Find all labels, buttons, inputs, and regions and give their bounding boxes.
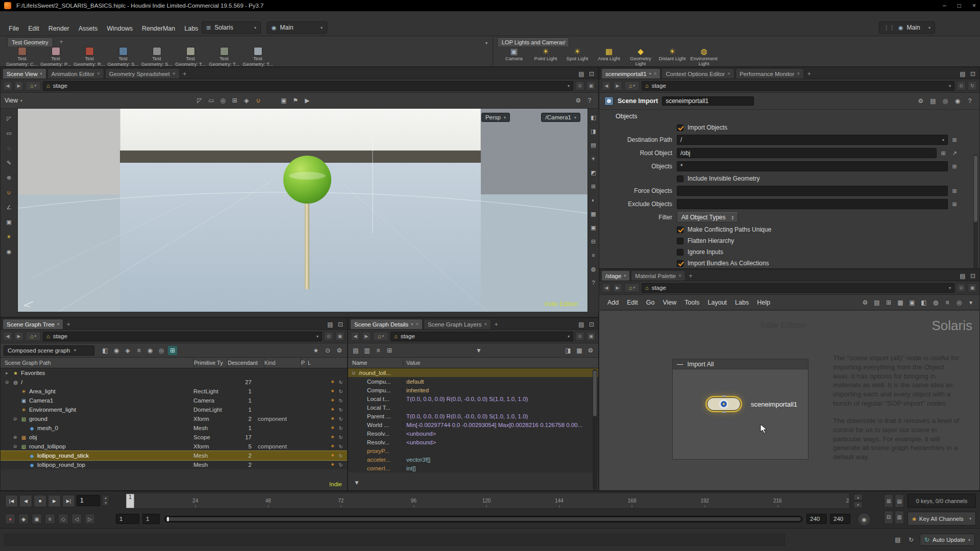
refresh-icon[interactable]: ↻ [968,81,977,90]
playhead-marker[interactable]: 1 [126,494,134,508]
pane-menu-icon[interactable]: ▤ [577,69,586,79]
expand-toggle[interactable]: ⊖ [12,444,18,449]
path-select[interactable]: ⌂ stage ▾ [43,81,573,91]
back-icon[interactable]: ◀ [3,332,12,341]
prim-active-icon[interactable]: ◉ [331,453,334,459]
presets-icon[interactable]: ▤ [928,96,938,106]
home-icon[interactable]: ⌂▾ [624,81,640,90]
prim-visibility-icon[interactable]: ↻ [339,380,343,385]
menu-item[interactable]: File [4,23,23,34]
flag-icon[interactable]: ⚑ [291,96,300,105]
view-menu-button[interactable]: View▾ [5,97,22,104]
tab-dropdown-icon[interactable]: ▾ [40,71,42,76]
lasso-tool-icon[interactable]: ◌ [5,143,14,153]
parameter-checkbox[interactable] [677,260,683,267]
new-pane-tab-button[interactable]: + [687,271,695,281]
back-icon[interactable]: ◀ [3,81,12,90]
tab-close-icon[interactable]: × [678,273,681,279]
texture-icon[interactable]: ▤ [589,140,598,149]
frame-spinner[interactable]: ▴▾ [102,495,109,506]
shelf-tool[interactable]: Test Geometry: C... [5,47,39,67]
forward-icon[interactable]: ▶ [14,332,23,341]
key-mode-select[interactable]: ◉ Key All Channels ▾ [908,512,976,525]
range-playhead[interactable] [167,517,169,521]
menu-item[interactable]: Labs [731,297,753,308]
expand-toggle[interactable]: ⊖ [4,380,10,385]
table-row[interactable]: proxyP... [348,446,598,455]
shelf-tool[interactable]: ◍ Environment Light [688,47,720,66]
prim-visibility-icon[interactable]: ↻ [339,453,343,459]
current-frame-field[interactable]: 1 [77,495,100,506]
timeline-ruler[interactable]: 24 48 72 96 120 [125,493,850,509]
display-options-icon[interactable]: ≡ [589,251,598,260]
pane-tab[interactable]: Material Palette ▾ × [631,270,685,281]
shelf-tab-lop-lights-cameras[interactable]: LOP Lights and Cameras [497,37,569,46]
pane-tab[interactable]: Scene Graph Layers ▾ × [424,319,491,329]
expand-toggle[interactable]: ⊖ [12,416,18,421]
table-row[interactable]: ⊖ ▧ ground Xform 2 component ◉ ↻ [1,414,347,423]
camera-link-icon[interactable]: ▣ [586,332,596,341]
pane-tab[interactable]: sceneimportall1 ▾ × [601,68,660,79]
table-row[interactable]: Local t... T(0.0, 0.0, 0.0) R(0.0, -0.0,… [348,394,598,403]
menu-item[interactable]: Labs [180,23,203,34]
filter-funnel-icon[interactable]: ▼ [474,346,483,355]
prim-visibility-icon[interactable]: ↻ [339,435,343,440]
shelf-tool[interactable]: ▦ Area Light [593,47,625,66]
table-row[interactable]: ☀ Area_light RectLight 1 ◉ ↻ [1,387,347,396]
search-icon[interactable]: ◎ [941,96,950,106]
tab-close-icon[interactable]: × [797,71,800,77]
step-back-icon[interactable]: ◁ [71,514,82,524]
wire-mode-icon[interactable]: ◨ [589,127,598,136]
new-pane-tab-button[interactable]: + [805,69,813,79]
shade-mode-icon[interactable]: ◧ [589,113,598,122]
pin-icon[interactable]: ⊙ [957,81,966,90]
pin-icon[interactable]: ⊙ [323,346,332,355]
pane-maximize-icon[interactable]: ⊡ [336,320,345,329]
camera-link-icon[interactable]: ▣ [968,283,977,292]
shelf-tool[interactable]: Test Geometry: R... [72,47,106,67]
expand-toggle[interactable]: ⊕ [12,435,18,440]
minimize-button[interactable]: – [943,2,946,9]
table-view-icon[interactable]: ▤ [351,346,360,355]
magnet-snap-icon[interactable]: ∪ [254,96,263,105]
render-view-icon[interactable]: ▣ [279,96,288,105]
light-tool-icon[interactable]: ☀ [5,232,14,241]
shelf-tool[interactable]: Test Geometry: S... [140,47,174,67]
range-lock-icon[interactable]: ▤ [895,494,904,508]
table-row[interactable]: ◆ mesh_0 Mesh 1 ◉ ↻ [1,423,347,433]
range-slider[interactable] [164,516,802,522]
viewport-layout-icon[interactable]: ⊟ [589,237,598,246]
menu-item[interactable]: Help [753,297,774,308]
recook-icon[interactable]: ↻ [906,535,916,544]
table-row[interactable]: World ... Min[-0.00297744 0.0 -0.0029305… [348,420,598,429]
prim-visibility-icon[interactable]: ↻ [339,444,343,449]
parameter-checkbox[interactable] [677,176,683,182]
op-jump-icon[interactable]: ↗ [950,148,959,158]
camera-select[interactable]: /Camera1▾ [541,113,580,122]
menu-item[interactable]: Render [44,23,74,34]
main-select[interactable]: ◉ Main ▾ [267,21,327,34]
pane-menu-icon[interactable]: ▤ [958,271,967,281]
table-row[interactable]: ◆ lollipop_round_top Mesh 2 ◉ ↻ [1,460,347,469]
scrollbar[interactable] [973,155,978,269]
box-tool-icon[interactable]: ▭ [5,129,14,138]
tab-close-icon[interactable]: × [173,71,176,77]
table-row[interactable]: ⊖ ▧ round_lollipop Xform 5 component ◉ ↻ [1,442,347,451]
layers-icon[interactable]: ▦ [575,346,584,355]
table-row[interactable]: Compu... inherited [348,386,598,394]
table-row[interactable]: acceler... vector3f[] [348,455,598,464]
pane-menu-icon[interactable]: ▤ [958,69,967,79]
background-icon[interactable]: ▦ [589,209,598,218]
pane-maximize-icon[interactable]: ⊡ [587,320,596,329]
tab-close-icon[interactable]: × [654,71,657,77]
back-icon[interactable]: ◀ [602,283,611,292]
tab-close-icon[interactable]: × [415,321,419,327]
pin-icon[interactable]: ⊙ [575,81,584,90]
column-view-icon[interactable]: ▥ [362,346,372,355]
multi-snap-icon[interactable]: ◈ [242,96,251,105]
prim-active-icon[interactable]: ◉ [331,389,334,394]
gear-icon[interactable]: ⚙ [574,96,583,105]
shelf-tool[interactable]: Test Geometry: T... [207,47,241,67]
menu-item[interactable]: Add [603,297,623,308]
menu-item[interactable]: Tools [680,297,703,308]
